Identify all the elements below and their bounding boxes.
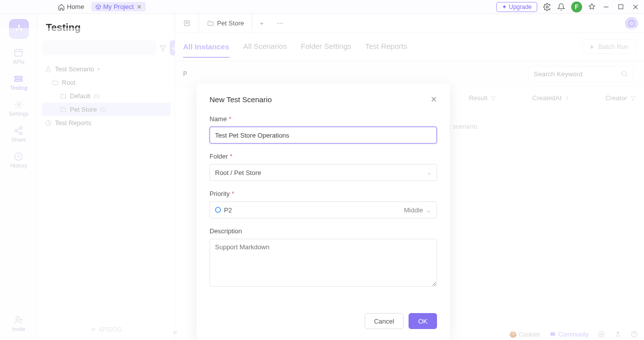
discord-icon (549, 331, 556, 338)
collapse-sidebar-icon[interactable] (172, 329, 179, 336)
sub-tabs: All Instances All Scenarios Folder Setti… (175, 33, 644, 61)
upgrade-button[interactable]: ✦ Upgrade (496, 2, 537, 12)
tree-test-reports[interactable]: Test Reports (42, 116, 171, 130)
col-creator[interactable]: Creator (606, 94, 627, 102)
svg-marker-32 (566, 98, 568, 100)
close-window-icon[interactable] (631, 3, 640, 10)
tree-default[interactable]: Default (0) (42, 89, 171, 103)
sidebar-search-input[interactable] (42, 40, 156, 55)
svg-rect-2 (619, 4, 623, 9)
priority-select[interactable]: P2 Middle ⌄ (210, 201, 437, 218)
subtab-all-instances[interactable]: All Instances (183, 42, 229, 58)
rail-history[interactable]: History (10, 152, 27, 169)
tree-root[interactable]: Root (42, 76, 171, 89)
folder-label: Folder* (210, 153, 437, 160)
chart-icon (45, 120, 52, 127)
svg-point-10 (20, 127, 22, 129)
folder-icon (60, 106, 67, 113)
folder-select[interactable]: Root / Pet Store ⌄ (210, 164, 437, 181)
tab-project-label: My Project (103, 3, 134, 10)
tree-test-scenario[interactable]: Test Scenario ▾ (42, 62, 171, 76)
svg-rect-7 (15, 76, 22, 78)
testing-icon (13, 74, 23, 84)
svg-point-16 (16, 317, 19, 320)
new-test-scenario-modal: New Test Scenario ✕ Name* Folder* Root /… (197, 84, 450, 340)
app-logo[interactable] (9, 19, 29, 39)
help-icon[interactable] (631, 331, 638, 338)
svg-point-26 (629, 20, 635, 26)
name-input[interactable] (210, 127, 437, 144)
tab-overview[interactable] (175, 14, 199, 32)
subtab-all-scenarios[interactable]: All Scenarios (243, 42, 287, 51)
sidebar-footer-brand: ✳ APIDOG (42, 323, 171, 338)
modal-close-icon[interactable]: ✕ (430, 95, 437, 104)
subtab-test-reports[interactable]: Test Reports (365, 42, 407, 51)
share-icon (13, 126, 23, 136)
rail-settings[interactable]: Settings (9, 100, 29, 117)
description-textarea[interactable] (210, 239, 437, 287)
subtab-folder-settings[interactable]: Folder Settings (301, 42, 351, 51)
avatar[interactable]: F (571, 1, 582, 12)
svg-marker-31 (566, 96, 568, 98)
overview-icon (183, 19, 191, 27)
history-icon (13, 152, 23, 162)
minimize-icon[interactable] (602, 3, 611, 10)
svg-point-0 (546, 6, 548, 8)
svg-point-28 (622, 71, 627, 76)
tab-pet-store[interactable]: Pet Store (199, 14, 252, 32)
settings-icon (14, 100, 24, 110)
new-tab-button[interactable]: ＋ (252, 14, 271, 32)
rail-apis[interactable]: APIs (13, 48, 24, 65)
close-icon[interactable]: ✕ (137, 3, 142, 10)
status-bar: 🍪 Cookies Community (509, 331, 638, 338)
col-result[interactable]: Result (469, 94, 487, 102)
folder-icon (60, 93, 67, 100)
priority-label: Priority* (210, 190, 437, 197)
rail-invite[interactable]: Invite (12, 315, 25, 332)
pin-icon[interactable] (588, 3, 596, 10)
svg-point-35 (601, 334, 603, 336)
tab-home[interactable]: Home (54, 2, 88, 11)
sparkle-icon: ✦ (502, 3, 507, 10)
batch-run-button[interactable]: Batch Run (582, 39, 636, 54)
rail-share[interactable]: Share (11, 126, 26, 143)
bell-icon[interactable] (557, 3, 565, 11)
cookies-link[interactable]: 🍪 Cookies (509, 331, 540, 338)
filter-icon[interactable] (490, 95, 496, 101)
flask-icon (45, 66, 52, 73)
caret-down-icon: ▾ (97, 66, 100, 72)
search-keyword-input[interactable] (528, 66, 633, 82)
maximize-icon[interactable] (617, 3, 625, 10)
feedback-icon[interactable] (614, 331, 622, 338)
upgrade-label: Upgrade (509, 3, 532, 10)
titlebar: Home My Project ✕ ✦ Upgrade F (0, 0, 644, 14)
community-link[interactable]: Community (549, 331, 589, 338)
chevron-down-icon: ⌄ (427, 170, 431, 176)
cookie-icon: 🍪 (509, 331, 517, 338)
tree-pet-store[interactable]: Pet Store (0) (42, 103, 171, 116)
filter-icon[interactable] (630, 95, 636, 101)
col-created[interactable]: CreatedAt (532, 94, 562, 102)
priority-dot-icon (215, 207, 221, 213)
scenario-tree: Test Scenario ▾ Root Default (0) (42, 62, 171, 130)
name-label: Name* (210, 115, 437, 123)
tab-more-button[interactable]: ⋯ (271, 14, 289, 32)
home-icon (58, 3, 65, 10)
cube-icon (95, 4, 101, 10)
environment-avatar[interactable] (625, 17, 638, 30)
folder-icon (52, 79, 59, 86)
page-title: Testing (46, 22, 169, 33)
svg-point-34 (599, 332, 604, 337)
tab-project[interactable]: My Project ✕ (91, 2, 146, 11)
svg-rect-8 (15, 80, 22, 81)
sort-icon[interactable] (565, 95, 570, 101)
keyboard-icon[interactable] (598, 331, 605, 338)
gear-icon[interactable] (543, 3, 551, 11)
search-icon (621, 70, 628, 78)
filter-button[interactable] (159, 40, 167, 55)
modal-title: New Test Scenario (210, 95, 272, 104)
cancel-button[interactable]: Cancel (365, 313, 404, 329)
folder-icon (207, 20, 214, 27)
rail-testing[interactable]: Testing (10, 74, 27, 91)
ok-button[interactable]: OK (409, 313, 437, 329)
